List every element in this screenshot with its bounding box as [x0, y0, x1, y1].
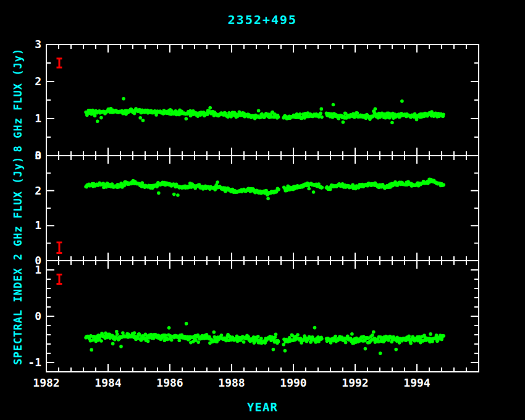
data-point — [332, 103, 335, 107]
x-tick-label: 1986 — [156, 376, 183, 389]
y-axis-label-spectral-index: SPECTRAL INDEX — [12, 267, 24, 364]
data-point — [170, 338, 174, 342]
x-tick-label: 1988 — [218, 376, 245, 389]
data-point — [121, 331, 125, 335]
data-point — [196, 340, 200, 344]
y-tick-label-flux2ghz: 2 — [35, 184, 41, 197]
x-tick-label: 1990 — [280, 376, 306, 389]
data-point — [116, 332, 119, 336]
data-point — [379, 351, 382, 355]
data-point — [319, 112, 322, 116]
data-point — [257, 109, 261, 112]
data-point — [208, 106, 212, 110]
data-point — [157, 191, 161, 195]
data-point — [371, 334, 374, 337]
data-point — [442, 183, 446, 187]
data-point — [307, 187, 311, 191]
data-point — [274, 335, 277, 339]
data-point — [212, 330, 216, 334]
data-point — [146, 340, 150, 343]
data-point — [99, 339, 103, 343]
data-point — [312, 190, 316, 194]
data-point — [256, 335, 260, 338]
data-point — [356, 111, 359, 115]
y-tick-label-spectral-index: -1 — [28, 356, 41, 369]
data-point — [167, 326, 171, 330]
data-point — [442, 334, 446, 338]
data-point — [298, 112, 302, 116]
data-point — [372, 330, 376, 334]
x-tick-label: 1992 — [342, 376, 368, 389]
data-point — [277, 340, 280, 343]
y-tick-label-flux8ghz: 1 — [35, 112, 41, 125]
data-point — [321, 186, 324, 190]
data-point — [242, 340, 246, 344]
plot-background — [0, 0, 525, 420]
data-point — [272, 348, 275, 351]
data-point — [216, 180, 219, 184]
data-point — [266, 197, 270, 201]
data-point — [176, 193, 180, 197]
x-tick-label: 1994 — [403, 376, 430, 389]
plot-canvas: 3210321010-11982198419861988199019921994 — [0, 0, 525, 420]
x-tick-label: 1982 — [33, 376, 59, 389]
data-point — [277, 188, 280, 191]
data-point — [407, 335, 411, 338]
data-point — [320, 116, 324, 119]
plot-window: 3210321010-11982198419861988199019921994… — [0, 0, 525, 420]
data-point — [185, 117, 188, 120]
data-point — [320, 107, 324, 111]
data-point — [141, 119, 145, 122]
data-point — [394, 348, 398, 351]
data-point — [344, 341, 348, 345]
data-point — [277, 116, 280, 119]
data-point — [429, 332, 432, 336]
data-point — [342, 120, 345, 124]
y-tick-label-flux8ghz: 2 — [35, 75, 41, 88]
data-point — [99, 116, 103, 120]
data-point — [259, 337, 263, 340]
y-axis-label-8ghz-flux: 8 GHz FLUX (Jy) — [12, 48, 24, 153]
data-point — [220, 334, 224, 337]
y-tick-label-flux8ghz: 3 — [35, 38, 41, 51]
plot-title: 2352+495 — [0, 12, 525, 27]
y-tick-label-flux2ghz: 3 — [35, 149, 41, 162]
data-point — [374, 107, 377, 111]
data-point — [284, 349, 287, 353]
data-point — [313, 326, 317, 330]
x-tick-label: 1984 — [94, 376, 122, 389]
data-point — [90, 348, 93, 352]
y-tick-label-spectral-index: 1 — [35, 263, 41, 276]
data-point — [442, 113, 445, 117]
data-point — [152, 337, 156, 340]
data-point — [364, 347, 368, 351]
y-axis-label-2ghz-flux: 2 GHz FLUX (Jy) — [12, 156, 24, 261]
data-point — [334, 335, 337, 338]
data-point — [296, 333, 300, 337]
data-point — [178, 338, 182, 342]
data-point — [138, 116, 142, 120]
data-point — [119, 345, 123, 348]
data-point — [172, 193, 176, 196]
data-point — [274, 333, 278, 337]
y-tick-label-spectral-index: 0 — [35, 309, 41, 322]
data-point — [111, 342, 115, 346]
x-axis-label-year: YEAR — [0, 400, 525, 414]
data-point — [93, 114, 97, 118]
data-point — [390, 121, 394, 125]
y-tick-label-flux2ghz: 1 — [35, 219, 41, 232]
data-point — [96, 119, 99, 123]
data-point — [133, 331, 136, 335]
data-point — [185, 322, 188, 326]
data-point — [400, 99, 404, 103]
data-point — [320, 337, 324, 341]
data-point — [409, 342, 413, 345]
data-point — [122, 97, 125, 101]
data-point — [350, 332, 354, 336]
